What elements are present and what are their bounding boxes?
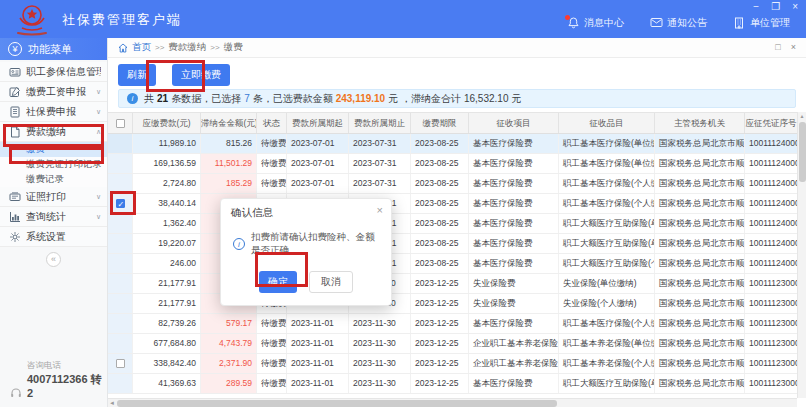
info-text: 元 bbox=[511, 92, 521, 106]
selected-amount: 243,119.10 bbox=[336, 93, 386, 104]
cell-check bbox=[108, 254, 133, 273]
cell-period_end: 2023-11-30 bbox=[349, 314, 411, 333]
breadcrumb-item-首页[interactable]: 首页 bbox=[132, 41, 151, 54]
cell-authority: 国家税务总局北京市顺义区.. bbox=[655, 334, 745, 353]
table-row[interactable]: 677,684.804,743.79待缴费2023-11-012023-11-3… bbox=[108, 334, 797, 354]
table-row[interactable]: 11,989.10815.26待缴费2023-07-012023-07-3120… bbox=[108, 134, 797, 154]
sidebar-item-社保费申报[interactable]: 社保费申报∨ bbox=[0, 102, 107, 122]
table-row[interactable]: 169,136.5911,501.29待缴费2023-07-012023-07-… bbox=[108, 154, 797, 174]
chart-icon bbox=[9, 211, 21, 223]
horizontal-scrollbar[interactable]: ◄ bbox=[108, 398, 797, 407]
cell-authority: 国家税务总局北京市顺义区.. bbox=[655, 154, 745, 173]
payments-table: 应缴费款(元)滞纳金金额(元)状态费款所属期起费款所属期止缴费期限征收项目征收品… bbox=[108, 112, 797, 394]
sidebar-item-系统设置[interactable]: 系统设置 bbox=[0, 227, 107, 247]
cell-deadline: 2023-12-25 bbox=[411, 314, 469, 333]
sidebar: ¥ 功能菜单 职工参保信息管理缴费工资申报∨社保费申报∨费款缴纳∧缴费缴费凭证打… bbox=[0, 38, 108, 407]
scroll-left-arrow[interactable]: ◄ bbox=[109, 399, 115, 407]
cell-subitem: 职工基本医疗保险(单位缴纳) bbox=[559, 134, 655, 153]
cell-voucher: 10011124000 bbox=[745, 234, 797, 253]
cell-check bbox=[108, 354, 133, 373]
column-header-check[interactable] bbox=[108, 113, 133, 133]
info-icon: i bbox=[127, 93, 138, 104]
cell-voucher: 10011124000 bbox=[745, 194, 797, 213]
column-header-period_start[interactable]: 费款所属期起 bbox=[287, 113, 349, 133]
column-header-item[interactable]: 征收项目 bbox=[469, 113, 559, 133]
table-row[interactable]: 2,724.80185.29待缴费2023-07-012023-07-31202… bbox=[108, 174, 797, 194]
vertical-scrollbar[interactable]: ▲ bbox=[797, 112, 806, 398]
sidebar-item-费款缴纳[interactable]: 费款缴纳∧ bbox=[0, 122, 107, 142]
breadcrumb-item-缴费[interactable]: 缴费 bbox=[224, 41, 243, 54]
titlebar-action-building[interactable]: 单位管理 bbox=[733, 16, 790, 30]
document-icon bbox=[9, 106, 21, 118]
table-row[interactable]: 338,842.402,371.90待缴费2023-11-012023-11-3… bbox=[108, 354, 797, 374]
main-panel: 首页>>费款缴纳>>缴费 □ × 刷新 立即缴费 i 共 21 条数据，已选择 … bbox=[108, 38, 806, 407]
cell-period_end: 2023-11-30 bbox=[349, 374, 411, 393]
sidebar-item-缴费工资申报[interactable]: 缴费工资申报∨ bbox=[0, 82, 107, 102]
breadcrumb-item-费款缴纳[interactable]: 费款缴纳 bbox=[168, 41, 206, 54]
table-header-row: 应缴费款(元)滞纳金金额(元)状态费款所属期起费款所属期止缴费期限征收项目征收品… bbox=[108, 112, 797, 134]
select-all-checkbox[interactable] bbox=[116, 119, 125, 128]
sidebar-item-查询统计[interactable]: 查询统计∨ bbox=[0, 207, 107, 227]
cell-item: 基本医疗保险费 bbox=[469, 194, 559, 213]
row-checkbox[interactable] bbox=[116, 199, 125, 208]
cell-voucher: 10011123000 bbox=[745, 354, 797, 373]
column-header-deadline[interactable]: 缴费期限 bbox=[411, 113, 469, 133]
cell-status: 待缴费 bbox=[257, 334, 287, 353]
column-header-status[interactable]: 状态 bbox=[257, 113, 287, 133]
pay-now-button[interactable]: 立即缴费 bbox=[172, 64, 230, 86]
table-row[interactable]: 41,369.63289.59待缴费2023-11-012023-11-3020… bbox=[108, 374, 797, 394]
cell-subitem: 失业保险(单位缴纳) bbox=[559, 274, 655, 293]
table-row[interactable]: 21,177.91待缴费2023-11-012023-11-302023-12-… bbox=[108, 274, 797, 294]
cell-period_start: 2023-11-01 bbox=[287, 354, 349, 373]
dialog-cancel-button[interactable]: 取消 bbox=[309, 271, 353, 293]
confirm-dialog: 确认信息 × i 扣费前请确认扣费险种、金额是否正确。 确定 取消 bbox=[220, 198, 392, 306]
cell-amount: 38,440.14 bbox=[133, 194, 201, 213]
minimize-button[interactable]: − bbox=[753, 1, 759, 13]
panel-close-button[interactable]: × bbox=[791, 42, 796, 52]
row-checkbox[interactable] bbox=[116, 359, 125, 368]
cell-late_fee: 4,743.79 bbox=[201, 334, 257, 353]
dialog-confirm-button[interactable]: 确定 bbox=[259, 271, 297, 293]
close-button[interactable]: × bbox=[792, 1, 798, 13]
column-header-amount[interactable]: 应缴费款(元) bbox=[133, 113, 201, 133]
cell-check bbox=[108, 294, 133, 313]
titlebar-action-mail[interactable]: 通知公告 bbox=[650, 16, 707, 30]
cell-late_fee: 11,501.29 bbox=[201, 154, 257, 173]
column-header-voucher[interactable]: 应征凭证序号 bbox=[745, 113, 797, 133]
table-row[interactable]: 21,177.91148.25待缴费2023-11-012023-11-3020… bbox=[108, 294, 797, 314]
home-icon bbox=[118, 43, 128, 53]
table-row[interactable]: 38,440.14待缴费2023-07-012023-07-312023-08-… bbox=[108, 194, 797, 214]
sidebar-subitem-缴费凭证打印记录[interactable]: 缴费凭证打印记录 bbox=[0, 157, 107, 172]
cell-deadline: 2023-12-25 bbox=[411, 334, 469, 353]
panel-maximize-button[interactable]: □ bbox=[775, 42, 780, 52]
table-row[interactable]: 1,362.40待缴费2023-07-012023-07-312023-08-2… bbox=[108, 214, 797, 234]
toolbar: 刷新 立即缴费 bbox=[118, 64, 230, 86]
column-header-authority[interactable]: 主管税务机关 bbox=[655, 113, 745, 133]
table-row[interactable]: 82,739.26579.17待缴费2023-11-012023-11-3020… bbox=[108, 314, 797, 334]
refresh-button[interactable]: 刷新 bbox=[118, 64, 156, 86]
column-header-subitem[interactable]: 征收品目 bbox=[559, 113, 655, 133]
cell-authority: 国家税务总局北京市顺义区.. bbox=[655, 354, 745, 373]
sidebar-item-证照打印[interactable]: 证照打印∨ bbox=[0, 187, 107, 207]
horizontal-scroll-thumb[interactable] bbox=[117, 400, 557, 407]
cell-item: 基本医疗保险费 bbox=[469, 134, 559, 153]
cell-amount: 1,362.40 bbox=[133, 214, 201, 233]
table-row[interactable]: 19,220.07待缴费2023-07-012023-07-312023-08-… bbox=[108, 234, 797, 254]
column-header-late_fee[interactable]: 滞纳金金额(元) bbox=[201, 113, 257, 133]
sidebar-item-职工参保信息管理[interactable]: 职工参保信息管理 bbox=[0, 62, 107, 82]
vertical-scroll-thumb[interactable] bbox=[799, 122, 806, 182]
sidebar-subitem-缴费[interactable]: 缴费 bbox=[0, 142, 107, 157]
titlebar-action-bell[interactable]: 消息中心 bbox=[567, 16, 624, 30]
titlebar-actions: 消息中心通知公告单位管理 bbox=[567, 16, 790, 30]
table-row[interactable]: 246.00待缴费2023-07-012023-07-312023-08-25基… bbox=[108, 254, 797, 274]
column-header-period_end[interactable]: 费款所属期止 bbox=[349, 113, 411, 133]
scroll-up-arrow[interactable]: ▲ bbox=[798, 112, 806, 121]
maximize-button[interactable]: ❐ bbox=[771, 1, 780, 13]
info-text: 条数据，已选择 bbox=[171, 92, 241, 106]
bell-icon bbox=[567, 17, 580, 29]
dialog-close-icon[interactable]: × bbox=[377, 205, 383, 216]
cell-voucher: 10011124000 bbox=[745, 214, 797, 233]
sidebar-collapse-button[interactable]: « bbox=[46, 252, 61, 267]
cell-voucher: 10011124000 bbox=[745, 254, 797, 273]
sidebar-subitem-缴费记录[interactable]: 缴费记录 bbox=[0, 172, 107, 187]
